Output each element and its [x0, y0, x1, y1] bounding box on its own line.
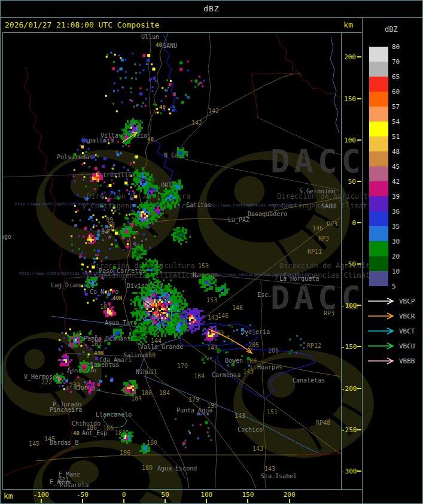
x-axis-tick — [123, 499, 124, 503]
y-axis-tick — [357, 181, 361, 182]
scale-color-swatch — [369, 77, 388, 92]
vector-legend-row: VBCT — [367, 327, 423, 335]
scale-color-swatch — [369, 92, 388, 107]
scale-color-swatch — [369, 196, 388, 211]
scale-color-swatch — [369, 226, 388, 241]
scale-color-swatch — [369, 136, 388, 151]
title-bar: dBZ — [0, 0, 423, 17]
x-axis-tick — [165, 499, 166, 503]
scale-color-swatch — [369, 181, 388, 196]
x-axis-tick-label: -50 — [71, 491, 95, 499]
x-axis-tick-label: 100 — [194, 491, 218, 499]
x-axis-tick — [289, 499, 290, 503]
y-axis-tick-label: 0 — [341, 219, 356, 227]
vbcp-arrow-icon — [367, 297, 397, 305]
vector-legend-row: VBBB — [367, 357, 423, 365]
border-left — [0, 0, 1, 504]
scale-value-label: 60 — [392, 88, 412, 96]
scale-value-label: 39 — [392, 193, 412, 201]
scale-value-label: 51 — [392, 133, 412, 141]
x-axis-tick — [82, 499, 83, 503]
x-axis-tick-label: -100 — [29, 491, 53, 499]
vbbb-arrow-icon — [367, 357, 397, 365]
panel-divider — [362, 17, 363, 504]
scale-color-swatch — [369, 107, 388, 122]
scale-color-swatch — [369, 241, 388, 256]
y-axis-tick-label: -150 — [341, 343, 356, 351]
border-top — [0, 0, 423, 1]
y-axis-tick — [357, 222, 361, 223]
scale-value-label: 48 — [392, 148, 412, 156]
y-axis-tick-label: 150 — [341, 95, 356, 103]
radar-map: Ullun40SANUVillavicencioUspallataPolvare… — [2, 32, 341, 489]
scale-value-label: 5 — [392, 283, 412, 290]
scale-value-label: 35 — [392, 223, 412, 230]
y-axis-tick-label: -200 — [341, 385, 356, 393]
y-axis-tick — [357, 263, 361, 265]
scale-color-swatch — [369, 256, 388, 271]
y-axis-tick — [357, 305, 361, 306]
scale-color-swatch — [369, 62, 388, 77]
map-border-bottom — [2, 489, 362, 490]
y-axis-tick-label: 200 — [341, 53, 356, 61]
y-axis-tick-label: -100 — [341, 302, 356, 309]
x-axis-tick — [247, 499, 248, 503]
title-divider — [0, 17, 423, 18]
y-axis-tick-label: -50 — [341, 260, 356, 268]
legend-panel: dBZ 807065605754514845423936353020105 VB… — [362, 18, 423, 504]
radar-echoes-canvas — [2, 32, 341, 489]
scale-color-swatch — [369, 47, 388, 62]
timestamp-bar: 2026/01/27 21:08:00 UTC Composite km — [0, 18, 361, 32]
scale-title: dBZ — [385, 25, 398, 34]
scale-value-label: 57 — [392, 103, 412, 111]
radar-app-window: DACCDACCDirección de Agriculturay Contin… — [0, 0, 423, 504]
scale-value-label: 10 — [392, 268, 412, 275]
vector-legend-label: VBBB — [399, 357, 415, 365]
scale-value-label: 65 — [392, 73, 412, 81]
y-axis-tick — [357, 98, 361, 99]
scale-value-label: 80 — [392, 43, 412, 51]
map-border-top — [2, 32, 362, 33]
vector-legend-label: VBCR — [399, 312, 415, 320]
x-axis-tick-label: 0 — [112, 491, 136, 499]
map-border-right — [341, 32, 342, 489]
y-axis-tick — [357, 56, 361, 57]
scale-color-swatch — [369, 122, 388, 136]
scale-value-label: 54 — [392, 118, 412, 126]
vector-legend-row: VBCU — [367, 342, 423, 350]
vbct-arrow-icon — [367, 327, 397, 335]
y-axis-tick — [357, 470, 361, 472]
scale-value-label: 30 — [392, 238, 412, 245]
vector-legend-label: VBCU — [399, 342, 415, 350]
vector-legend-label: VBCT — [399, 327, 415, 335]
scale-color-swatch — [369, 271, 388, 286]
y-axis-tick-label: 100 — [341, 136, 356, 144]
scale-color-swatch — [369, 211, 388, 226]
vbcu-arrow-icon — [367, 342, 397, 350]
scale-value-label: 36 — [392, 208, 412, 215]
x-axis-tick-label: 50 — [153, 491, 177, 499]
y-axis-tick-label: -300 — [341, 467, 356, 475]
vector-legend-label: VBCP — [399, 297, 415, 305]
vbcr-arrow-icon — [367, 312, 397, 320]
y-axis: 200150100500-50-100-150-200-250-300 — [341, 32, 362, 489]
y-axis-tick — [357, 388, 361, 389]
x-axis-tick — [41, 499, 42, 503]
scale-value-label: 45 — [392, 163, 412, 171]
vector-legend-row: VBCR — [367, 312, 423, 320]
y-axis-tick-label: -250 — [341, 426, 356, 434]
scale-color-swatch — [369, 151, 388, 166]
scale-value-label: 20 — [392, 253, 412, 260]
y-axis-tick — [357, 346, 361, 347]
scale-color-swatch — [369, 166, 388, 181]
x-axis-tick-label: 150 — [236, 491, 260, 499]
x-axis-unit-label: km — [4, 491, 13, 500]
x-axis-tick-label: 200 — [278, 491, 302, 499]
scale-value-label: 42 — [392, 178, 412, 186]
x-axis-tick — [206, 499, 207, 503]
scale-value-label: 70 — [392, 58, 412, 66]
vector-legend-row: VBCP — [367, 297, 423, 305]
timestamp-text: 2026/01/27 21:08:00 UTC Composite — [5, 20, 159, 29]
x-axis: km -100-50050100150200 — [0, 489, 361, 504]
page-title: dBZ — [0, 4, 423, 13]
